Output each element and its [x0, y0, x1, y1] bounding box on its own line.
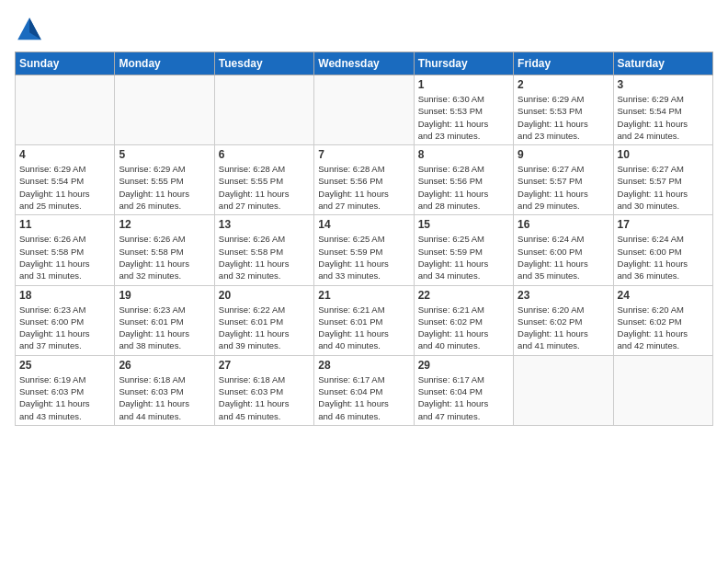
day-info: Sunrise: 6:19 AM Sunset: 6:03 PM Dayligh… — [19, 373, 110, 422]
day-number: 6 — [219, 148, 310, 161]
day-info: Sunrise: 6:20 AM Sunset: 6:02 PM Dayligh… — [618, 304, 709, 352]
calendar-cell — [16, 75, 115, 145]
day-info: Sunrise: 6:27 AM Sunset: 5:57 PM Dayligh… — [518, 163, 609, 212]
day-info: Sunrise: 6:25 AM Sunset: 5:59 PM Dayligh… — [318, 233, 409, 282]
calendar-cell: 17Sunrise: 6:24 AM Sunset: 6:00 PM Dayli… — [613, 215, 712, 285]
day-number: 4 — [19, 148, 110, 161]
calendar-cell: 25Sunrise: 6:19 AM Sunset: 6:03 PM Dayli… — [16, 355, 115, 425]
day-number: 9 — [518, 148, 609, 161]
day-number: 23 — [518, 289, 609, 302]
calendar-cell — [214, 75, 313, 145]
calendar-cell: 24Sunrise: 6:20 AM Sunset: 6:02 PM Dayli… — [613, 285, 712, 355]
calendar-cell: 14Sunrise: 6:25 AM Sunset: 5:59 PM Dayli… — [314, 215, 414, 285]
calendar-cell: 4Sunrise: 6:29 AM Sunset: 5:54 PM Daylig… — [16, 145, 115, 215]
day-number: 25 — [19, 359, 110, 372]
calendar-cell — [613, 355, 712, 425]
page-header — [15, 15, 713, 44]
logo — [15, 15, 48, 44]
day-number: 27 — [219, 359, 310, 372]
calendar-cell: 9Sunrise: 6:27 AM Sunset: 5:57 PM Daylig… — [514, 145, 613, 215]
day-number: 2 — [518, 78, 609, 91]
calendar-cell: 18Sunrise: 6:23 AM Sunset: 6:00 PM Dayli… — [16, 285, 115, 355]
day-info: Sunrise: 6:17 AM Sunset: 6:04 PM Dayligh… — [418, 373, 509, 422]
day-number: 14 — [318, 218, 409, 231]
day-number: 21 — [318, 289, 409, 302]
day-number: 10 — [618, 148, 709, 161]
calendar-table: SundayMondayTuesdayWednesdayThursdayFrid… — [15, 52, 713, 426]
calendar-cell — [514, 355, 613, 425]
calendar-cell: 2Sunrise: 6:29 AM Sunset: 5:53 PM Daylig… — [514, 75, 613, 145]
day-info: Sunrise: 6:21 AM Sunset: 6:01 PM Dayligh… — [318, 304, 409, 352]
calendar-cell — [115, 75, 214, 145]
calendar-header-row: SundayMondayTuesdayWednesdayThursdayFrid… — [16, 52, 713, 75]
calendar-cell: 10Sunrise: 6:27 AM Sunset: 5:57 PM Dayli… — [613, 145, 712, 215]
calendar-cell: 11Sunrise: 6:26 AM Sunset: 5:58 PM Dayli… — [16, 215, 115, 285]
day-header-thursday: Thursday — [414, 52, 513, 75]
calendar-cell: 26Sunrise: 6:18 AM Sunset: 6:03 PM Dayli… — [115, 355, 214, 425]
day-number: 29 — [418, 359, 509, 372]
day-info: Sunrise: 6:29 AM Sunset: 5:54 PM Dayligh… — [19, 163, 110, 212]
calendar-cell: 15Sunrise: 6:25 AM Sunset: 5:59 PM Dayli… — [414, 215, 513, 285]
calendar-cell: 12Sunrise: 6:26 AM Sunset: 5:58 PM Dayli… — [115, 215, 214, 285]
day-number: 18 — [19, 289, 110, 302]
calendar-cell: 16Sunrise: 6:24 AM Sunset: 6:00 PM Dayli… — [514, 215, 613, 285]
day-header-wednesday: Wednesday — [314, 52, 414, 75]
calendar-cell: 19Sunrise: 6:23 AM Sunset: 6:01 PM Dayli… — [115, 285, 214, 355]
day-info: Sunrise: 6:18 AM Sunset: 6:03 PM Dayligh… — [119, 373, 210, 422]
calendar-cell: 13Sunrise: 6:26 AM Sunset: 5:58 PM Dayli… — [214, 215, 313, 285]
day-number: 24 — [618, 289, 709, 302]
day-info: Sunrise: 6:26 AM Sunset: 5:58 PM Dayligh… — [119, 233, 210, 282]
day-number: 19 — [119, 289, 210, 302]
day-info: Sunrise: 6:17 AM Sunset: 6:04 PM Dayligh… — [318, 373, 409, 422]
day-info: Sunrise: 6:24 AM Sunset: 6:00 PM Dayligh… — [618, 233, 709, 282]
day-number: 22 — [418, 289, 509, 302]
day-number: 3 — [618, 78, 709, 91]
calendar-week-row: 4Sunrise: 6:29 AM Sunset: 5:54 PM Daylig… — [16, 145, 713, 215]
day-header-tuesday: Tuesday — [214, 52, 313, 75]
day-info: Sunrise: 6:28 AM Sunset: 5:55 PM Dayligh… — [219, 163, 310, 212]
calendar-cell: 7Sunrise: 6:28 AM Sunset: 5:56 PM Daylig… — [314, 145, 414, 215]
calendar-cell: 6Sunrise: 6:28 AM Sunset: 5:55 PM Daylig… — [214, 145, 313, 215]
day-number: 28 — [318, 359, 409, 372]
day-info: Sunrise: 6:26 AM Sunset: 5:58 PM Dayligh… — [219, 233, 310, 282]
calendar-cell: 8Sunrise: 6:28 AM Sunset: 5:56 PM Daylig… — [414, 145, 513, 215]
calendar-week-row: 25Sunrise: 6:19 AM Sunset: 6:03 PM Dayli… — [16, 355, 713, 425]
day-header-friday: Friday — [514, 52, 613, 75]
day-number: 11 — [19, 218, 110, 231]
calendar-cell — [314, 75, 414, 145]
day-number: 8 — [418, 148, 509, 161]
day-info: Sunrise: 6:18 AM Sunset: 6:03 PM Dayligh… — [219, 373, 310, 422]
day-number: 13 — [219, 218, 310, 231]
day-info: Sunrise: 6:22 AM Sunset: 6:01 PM Dayligh… — [219, 304, 310, 352]
calendar-cell: 29Sunrise: 6:17 AM Sunset: 6:04 PM Dayli… — [414, 355, 513, 425]
day-info: Sunrise: 6:23 AM Sunset: 6:01 PM Dayligh… — [119, 304, 210, 352]
day-info: Sunrise: 6:27 AM Sunset: 5:57 PM Dayligh… — [618, 163, 709, 212]
day-info: Sunrise: 6:23 AM Sunset: 6:00 PM Dayligh… — [19, 304, 110, 352]
calendar-week-row: 1Sunrise: 6:30 AM Sunset: 5:53 PM Daylig… — [16, 75, 713, 145]
day-info: Sunrise: 6:30 AM Sunset: 5:53 PM Dayligh… — [418, 93, 509, 142]
calendar-cell: 3Sunrise: 6:29 AM Sunset: 5:54 PM Daylig… — [613, 75, 712, 145]
day-info: Sunrise: 6:26 AM Sunset: 5:58 PM Dayligh… — [19, 233, 110, 282]
calendar-cell: 22Sunrise: 6:21 AM Sunset: 6:02 PM Dayli… — [414, 285, 513, 355]
day-header-monday: Monday — [115, 52, 214, 75]
day-number: 5 — [119, 148, 210, 161]
day-header-sunday: Sunday — [16, 52, 115, 75]
day-number: 20 — [219, 289, 310, 302]
calendar-cell: 21Sunrise: 6:21 AM Sunset: 6:01 PM Dayli… — [314, 285, 414, 355]
calendar-cell: 28Sunrise: 6:17 AM Sunset: 6:04 PM Dayli… — [314, 355, 414, 425]
day-info: Sunrise: 6:20 AM Sunset: 6:02 PM Dayligh… — [518, 304, 609, 352]
day-info: Sunrise: 6:24 AM Sunset: 6:00 PM Dayligh… — [518, 233, 609, 282]
calendar-week-row: 18Sunrise: 6:23 AM Sunset: 6:00 PM Dayli… — [16, 285, 713, 355]
calendar-cell: 23Sunrise: 6:20 AM Sunset: 6:02 PM Dayli… — [514, 285, 613, 355]
day-info: Sunrise: 6:29 AM Sunset: 5:53 PM Dayligh… — [518, 93, 609, 142]
day-info: Sunrise: 6:21 AM Sunset: 6:02 PM Dayligh… — [418, 304, 509, 352]
day-number: 26 — [119, 359, 210, 372]
day-number: 15 — [418, 218, 509, 231]
day-number: 1 — [418, 78, 509, 91]
day-info: Sunrise: 6:28 AM Sunset: 5:56 PM Dayligh… — [318, 163, 409, 212]
day-info: Sunrise: 6:29 AM Sunset: 5:54 PM Dayligh… — [618, 93, 709, 142]
day-info: Sunrise: 6:25 AM Sunset: 5:59 PM Dayligh… — [418, 233, 509, 282]
day-header-saturday: Saturday — [613, 52, 712, 75]
calendar-cell: 5Sunrise: 6:29 AM Sunset: 5:55 PM Daylig… — [115, 145, 214, 215]
calendar-cell: 1Sunrise: 6:30 AM Sunset: 5:53 PM Daylig… — [414, 75, 513, 145]
